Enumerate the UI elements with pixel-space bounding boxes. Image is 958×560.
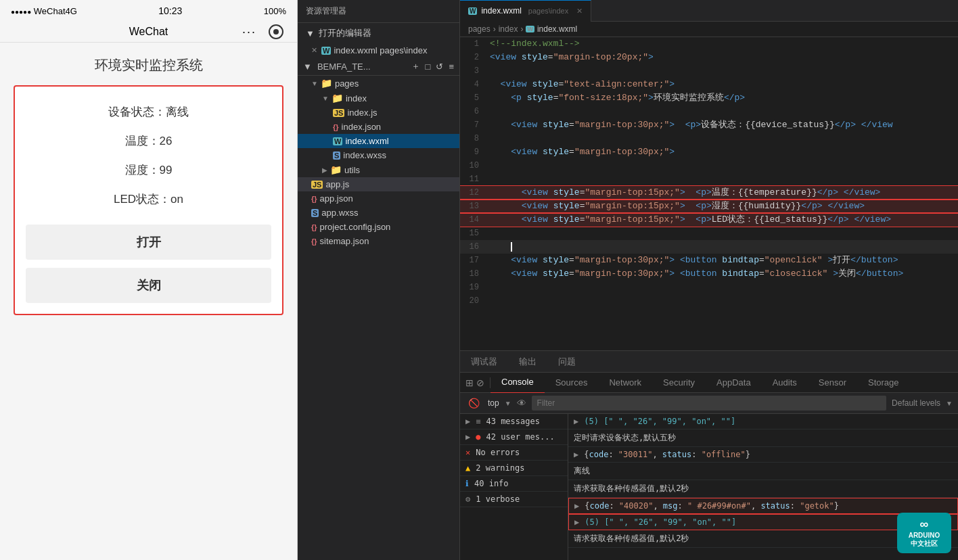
tree-file-index-wxml[interactable]: W index.wxml	[298, 134, 459, 148]
info-count: 40 info	[474, 479, 509, 488]
code-line-20: 20	[460, 294, 958, 308]
tab-appdata[interactable]: AppData	[706, 372, 762, 394]
log-entry-4[interactable]: 请求获取各种传感器值,默认2秒	[568, 480, 958, 498]
add-folder-icon[interactable]: □	[426, 62, 431, 72]
record-button[interactable]	[269, 24, 283, 39]
tree-file-index-json[interactable]: {} index.json	[298, 120, 459, 134]
devtools-icon2[interactable]: ⊘	[476, 377, 484, 388]
wxss-icon: S	[333, 151, 340, 160]
code-line-9: 9 <view style="margin-top:30px;">	[460, 145, 958, 159]
tree-file-index-wxss[interactable]: S index.wxss	[298, 148, 459, 162]
wechat-menu-dots[interactable]: ···	[242, 25, 256, 39]
tree-file-app-wxss[interactable]: S app.wxss	[298, 206, 459, 220]
devtools-tabs: ⊞ ⊘ Console Sources Network Security App…	[460, 373, 958, 393]
wechat-nav-title: WeChat	[129, 26, 168, 38]
warn-row[interactable]: ▲ 2 warnings	[460, 461, 568, 476]
messages-group-row[interactable]: ▶ ≡ 43 messages	[460, 414, 568, 429]
editor-tabs: W index.wxml pages\index ✕	[460, 0, 958, 22]
error-row[interactable]: ✕ No errors	[460, 445, 568, 461]
console-clear-icon[interactable]: 🚫	[465, 396, 482, 410]
info-icon: ℹ	[465, 479, 469, 488]
error-count: No errors	[476, 448, 520, 457]
console-top-selector[interactable]: top	[488, 398, 499, 408]
expand-icon: ▶	[574, 417, 578, 426]
error-icon: ✕	[465, 448, 470, 457]
tree-file-app-json[interactable]: {} app.json	[298, 191, 459, 206]
tab-sources[interactable]: Sources	[545, 372, 599, 394]
close-icon[interactable]: ✕	[311, 46, 317, 55]
console-eye-icon[interactable]: 👁	[517, 398, 526, 409]
warn-icon: ▲	[465, 463, 470, 473]
tree-file-app-js[interactable]: JS app.js	[298, 177, 459, 191]
message-count-panel: ▶ ≡ 43 messages ▶ ● 42 user mes... ✕ No …	[460, 414, 568, 560]
project-title: BEMFA_TE...	[317, 62, 371, 72]
close-button[interactable]: 关闭	[26, 268, 271, 303]
code-editor[interactable]: 1 <!--index.wxml--> 2 <view style="margi…	[460, 37, 958, 350]
json-icon-app: {}	[311, 195, 317, 203]
tree-folder-index[interactable]: ▼ 📁 index	[298, 91, 459, 106]
phone-nav-bar: WeChat ···	[0, 22, 297, 43]
devtools-icon1[interactable]: ⊞	[465, 377, 474, 388]
user-expand-icon: ▶	[465, 432, 470, 442]
folder-icon-utils: 📁	[330, 164, 342, 175]
open-editors-section: ▼ 打开的编辑器	[298, 23, 459, 43]
folder-icon: 📁	[321, 78, 332, 89]
tab-close-icon[interactable]: ✕	[576, 7, 583, 16]
log-entry-2[interactable]: ▶ {code: "30011", status: "offline"}	[568, 447, 958, 463]
js-icon: JS	[333, 109, 344, 117]
user-icon: ●	[476, 432, 480, 442]
console-toolbar: 🚫 top ▼ 👁 Default levels ▼	[460, 393, 958, 414]
tab-network[interactable]: Network	[598, 372, 652, 394]
led-status-row: LED状态：on	[26, 185, 271, 214]
code-line-16: 16	[460, 240, 958, 254]
tab-audits[interactable]: Audits	[762, 372, 808, 394]
console-filter-input[interactable]	[532, 396, 886, 411]
tab-output[interactable]: 输出	[508, 351, 547, 373]
refresh-icon[interactable]: ↺	[436, 62, 443, 72]
tree-file-sitemap[interactable]: {} sitemap.json	[298, 234, 459, 248]
tree-folder-pages[interactable]: ▼ 📁 pages	[298, 76, 459, 91]
status-bar: ●●●●● WeChat4G 10:23 100%	[0, 0, 297, 22]
default-levels-dropdown[interactable]: ▼	[946, 400, 953, 407]
device-status-row: 设备状态：离线	[26, 97, 271, 126]
log-entry-3[interactable]: 离线	[568, 463, 958, 480]
signal-text: ●●●●● WeChat4G	[11, 6, 77, 16]
info-row[interactable]: ℹ 40 info	[460, 476, 568, 492]
code-line-5: 5 <p style="font-size:18px;">环境实时监控系统</p…	[460, 91, 958, 105]
log-entry-5-highlighted[interactable]: ▶ {code: "40020", msg: " #26#99#on#", st…	[568, 498, 958, 514]
json-icon-proj: {}	[311, 223, 317, 231]
tab-sensor[interactable]: Sensor	[808, 372, 857, 394]
chevron-down-icon: ▼	[306, 28, 315, 39]
console-dropdown-icon[interactable]: ▼	[505, 400, 511, 407]
open-file-item[interactable]: ✕ W index.wxml pages\index	[298, 43, 459, 57]
verbose-icon: ⚙	[465, 494, 470, 504]
tab-security[interactable]: Security	[652, 372, 706, 394]
group-icon: ≡	[476, 417, 480, 426]
user-messages-row[interactable]: ▶ ● 42 user mes...	[460, 429, 568, 445]
open-button[interactable]: 打开	[26, 225, 271, 260]
tree-file-project-config[interactable]: {} project.config.json	[298, 220, 459, 234]
add-file-icon[interactable]: ＋	[411, 60, 420, 72]
tab-storage[interactable]: Storage	[857, 372, 910, 394]
tab-debugger[interactable]: 调试器	[460, 351, 508, 373]
tab-console[interactable]: Console	[491, 372, 545, 394]
app-title: 环境实时监控系统	[95, 56, 203, 74]
time-display: 10:23	[158, 5, 182, 16]
tab-problems[interactable]: 问题	[547, 351, 587, 373]
editor-tab-wxml[interactable]: W index.wxml pages\index ✕	[460, 0, 591, 22]
wxss-icon-app: S	[311, 209, 319, 217]
default-levels-label[interactable]: Default levels	[892, 398, 940, 408]
log-entry-1[interactable]: 定时请求设备状态,默认五秒	[568, 429, 958, 447]
phone-panel: ●●●●● WeChat4G 10:23 100% WeChat ··· 环境实…	[0, 0, 298, 560]
tree-file-index-js[interactable]: JS index.js	[298, 106, 459, 120]
arduino-badge[interactable]: ∞ ARDUINO 中文社区	[897, 513, 951, 553]
tree-folder-utils[interactable]: ▶ 📁 utils	[298, 162, 459, 177]
warn-count: 2 warnings	[476, 463, 524, 473]
log-entry-0[interactable]: ▶ (5) [" ", "26", "99", "on", ""]	[568, 414, 958, 429]
collapse-icon[interactable]: ≡	[449, 62, 454, 72]
code-line-8: 8	[460, 132, 958, 145]
wxml-file-icon: W	[321, 47, 331, 55]
code-line-3: 3	[460, 64, 958, 78]
user-count: 42 user mes...	[486, 432, 554, 442]
verbose-row[interactable]: ⚙ 1 verbose	[460, 492, 568, 507]
